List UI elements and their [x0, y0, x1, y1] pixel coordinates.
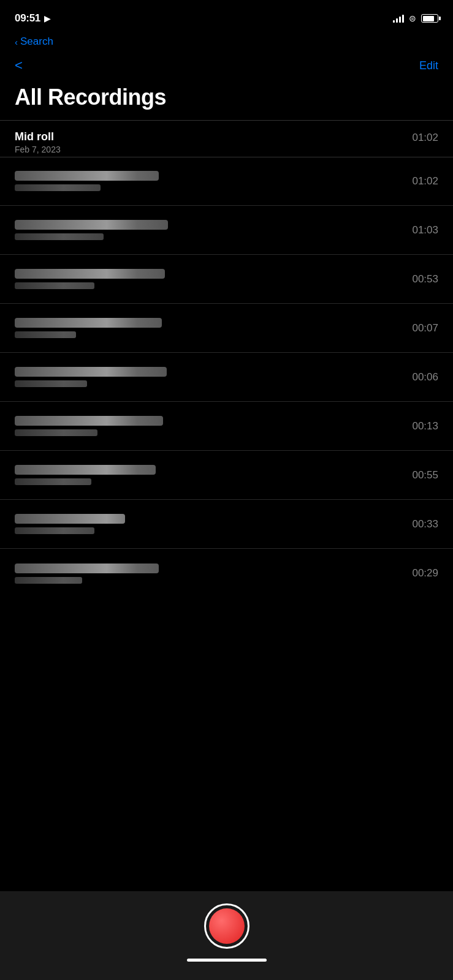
section-title: Mid roll: [15, 130, 61, 143]
record-button[interactable]: [204, 903, 249, 949]
home-indicator: [187, 959, 267, 962]
recording-title: [15, 171, 159, 181]
recording-item[interactable]: 01:03: [0, 206, 453, 255]
recording-duration: 00:06: [402, 371, 438, 383]
status-icons: ⊜: [393, 13, 438, 23]
battery-fill: [423, 16, 434, 21]
recording-item[interactable]: 00:55: [0, 451, 453, 500]
search-back-link[interactable]: ‹ Search: [15, 36, 438, 48]
signal-bars-icon: [393, 14, 404, 23]
recording-subtitle: [15, 527, 94, 534]
recording-duration: 00:13: [402, 420, 438, 432]
recording-info: [15, 514, 402, 534]
record-button-inner: [209, 908, 245, 944]
recording-duration: 00:33: [402, 518, 438, 530]
recording-item[interactable]: 00:29: [0, 549, 453, 598]
recording-info: [15, 220, 402, 240]
time-display: 09:51: [15, 12, 40, 24]
recording-info: [15, 171, 402, 191]
recording-info: [15, 367, 402, 387]
recording-duration: 01:03: [402, 224, 438, 236]
recording-title: [15, 318, 162, 328]
nav-bar: < Edit: [0, 53, 453, 82]
location-icon: ▶: [44, 14, 50, 23]
back-link-label: Search: [20, 36, 53, 48]
back-nav-area: ‹ Search: [0, 33, 453, 53]
recording-subtitle: [15, 478, 91, 485]
signal-bar-1: [393, 20, 395, 23]
recording-subtitle: [15, 282, 94, 289]
recording-item[interactable]: 00:06: [0, 353, 453, 402]
recording-title: [15, 465, 156, 475]
recording-info: [15, 269, 402, 289]
recording-duration: 00:07: [402, 322, 438, 334]
record-button-container: [0, 891, 453, 955]
recording-duration: 00:55: [402, 469, 438, 481]
edit-button[interactable]: Edit: [419, 59, 438, 72]
recording-info: [15, 416, 402, 436]
recording-duration: 01:02: [402, 175, 438, 187]
recording-subtitle: [15, 380, 87, 387]
section-header-left: Mid roll Feb 7, 2023: [15, 130, 61, 154]
recording-title: [15, 514, 125, 524]
page-title: All Recordings: [0, 82, 453, 120]
recording-subtitle: [15, 233, 104, 240]
recording-item[interactable]: 00:07: [0, 304, 453, 353]
recording-item[interactable]: 00:13: [0, 402, 453, 451]
recording-title: [15, 220, 168, 230]
recording-duration: 00:29: [402, 567, 438, 579]
signal-bar-3: [399, 17, 401, 23]
bottom-spacer: [0, 598, 453, 684]
bottom-toolbar: [0, 891, 453, 980]
signal-bar-4: [402, 15, 404, 23]
left-chevron-icon: ‹: [15, 37, 18, 47]
recording-item[interactable]: 00:33: [0, 500, 453, 549]
battery-icon: [421, 14, 438, 23]
back-button[interactable]: <: [15, 59, 23, 72]
recording-list: 01:02 01:03 00:53 00:07 00:06: [0, 157, 453, 598]
status-time: 09:51 ▶: [15, 12, 50, 24]
recording-subtitle: [15, 429, 97, 436]
recording-info: [15, 465, 402, 485]
signal-bar-2: [396, 18, 398, 23]
wifi-icon: ⊜: [409, 13, 416, 23]
section-header-duration: 01:02: [412, 130, 438, 144]
recording-title: [15, 367, 167, 377]
recording-title: [15, 416, 163, 426]
recording-item[interactable]: 00:53: [0, 255, 453, 304]
recording-title: [15, 269, 165, 279]
recording-title: [15, 564, 159, 573]
recording-subtitle: [15, 331, 76, 338]
recording-item[interactable]: 01:02: [0, 157, 453, 206]
recording-duration: 00:53: [402, 273, 438, 285]
status-bar: 09:51 ▶ ⊜: [0, 0, 453, 33]
recording-subtitle: [15, 184, 101, 191]
recording-info: [15, 318, 402, 338]
recording-info: [15, 564, 402, 584]
section-header: Mid roll Feb 7, 2023 01:02: [0, 121, 453, 157]
section-date: Feb 7, 2023: [15, 145, 61, 154]
recording-subtitle: [15, 577, 82, 584]
